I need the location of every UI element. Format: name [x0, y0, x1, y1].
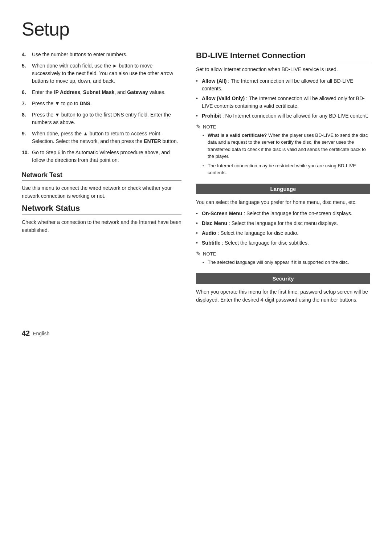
- list-item: 9. When done, press the ▲ button to retu…: [22, 130, 181, 145]
- numbered-list: 4. Use the number buttons to enter numbe…: [22, 51, 181, 164]
- list-item: Prohibit : No Internet connection will b…: [196, 112, 370, 120]
- security-body: When you operate this menu for the first…: [196, 288, 370, 304]
- bd-live-heading: BD-LIVE Internet Connection: [196, 51, 370, 62]
- bd-live-note: ✎ NOTE What is a valid certificate? When…: [196, 123, 370, 176]
- item-number: 6.: [22, 89, 30, 96]
- note-text: NOTE: [203, 124, 216, 130]
- item-number: 10.: [22, 149, 30, 164]
- note-label: ✎ NOTE: [196, 123, 370, 130]
- list-item: Audio : Select the language for disc aud…: [196, 229, 370, 237]
- list-item: The Internet connection may be restricte…: [203, 162, 370, 176]
- item-text: When done with each field, use the ► but…: [32, 62, 181, 85]
- note-sub-list: What is a valid certificate? When the pl…: [203, 132, 370, 176]
- item-text: Press the ▼ button to go to the first DN…: [32, 111, 181, 126]
- page-footer: 42 English: [22, 329, 370, 338]
- bd-live-section: BD-LIVE Internet Connection Set to allow…: [196, 51, 370, 176]
- list-item: The selected language will only appear i…: [203, 259, 370, 266]
- item-number: 9.: [22, 130, 30, 145]
- note-icon: ✎: [196, 123, 201, 130]
- bd-live-bullets: Allow (All) : The Internet connection wi…: [196, 77, 370, 120]
- network-status-body: Check whether a connection to the networ…: [22, 218, 181, 234]
- language-intro: You can select the language you prefer f…: [196, 199, 370, 207]
- list-item: 10. Go to Step 6 in the Automatic Wirele…: [22, 149, 181, 164]
- list-item: 8. Press the ▼ button to go to the first…: [22, 111, 181, 126]
- item-number: 4.: [22, 51, 30, 58]
- security-category-bar: Security: [196, 273, 370, 284]
- page-language: English: [33, 331, 49, 336]
- network-test-body: Use this menu to connect the wired netwo…: [22, 184, 181, 200]
- note-text: NOTE: [203, 251, 216, 257]
- language-bullets: On-Screen Menu : Select the language for…: [196, 210, 370, 247]
- list-item: 5. When done with each field, use the ► …: [22, 62, 181, 85]
- list-item: Disc Menu : Select the language for the …: [196, 220, 370, 227]
- list-item: 4. Use the number buttons to enter numbe…: [22, 51, 181, 58]
- page-title: Setup: [22, 18, 370, 40]
- right-column: BD-LIVE Internet Connection Set to allow…: [196, 51, 370, 307]
- item-number: 7.: [22, 100, 30, 107]
- item-number: 8.: [22, 111, 30, 126]
- list-item: Allow (All) : The Internet connection wi…: [196, 77, 370, 93]
- item-text: When done, press the ▲ button to return …: [32, 130, 181, 145]
- item-text: Go to Step 6 in the Automatic Wireless p…: [32, 149, 181, 164]
- list-item: What is a valid certificate? When the pl…: [203, 132, 370, 160]
- security-section: When you operate this menu for the first…: [196, 288, 370, 304]
- network-status-section: Network Status Check whether a connectio…: [22, 204, 181, 234]
- note-icon: ✎: [196, 250, 201, 257]
- item-text: Enter the IP Address, Subnet Mask, and G…: [32, 89, 166, 96]
- network-test-heading: Network Test: [22, 171, 181, 181]
- item-number: 5.: [22, 62, 30, 85]
- bd-live-intro: Set to allow internet connection when BD…: [196, 66, 370, 74]
- language-section: You can select the language you prefer f…: [196, 199, 370, 266]
- note-sub-list: The selected language will only appear i…: [203, 259, 370, 266]
- list-item: Allow (Valid Only) : The Internet connec…: [196, 95, 370, 110]
- list-item: 6. Enter the IP Address, Subnet Mask, an…: [22, 89, 181, 96]
- item-text: Use the number buttons to enter numbers.: [32, 51, 127, 58]
- page-number: 42: [22, 329, 30, 338]
- list-item: On-Screen Menu : Select the language for…: [196, 210, 370, 217]
- item-text: Press the ▼ to go to DNS.: [32, 100, 92, 107]
- network-test-section: Network Test Use this menu to connect th…: [22, 171, 181, 200]
- note-label: ✎ NOTE: [196, 250, 370, 257]
- list-item: Subtitle : Select the language for disc …: [196, 239, 370, 247]
- language-category-bar: Language: [196, 184, 370, 194]
- language-note: ✎ NOTE The selected language will only a…: [196, 250, 370, 266]
- network-status-heading: Network Status: [22, 204, 181, 215]
- list-item: 7. Press the ▼ to go to DNS.: [22, 100, 181, 107]
- left-column: 4. Use the number buttons to enter numbe…: [22, 51, 181, 307]
